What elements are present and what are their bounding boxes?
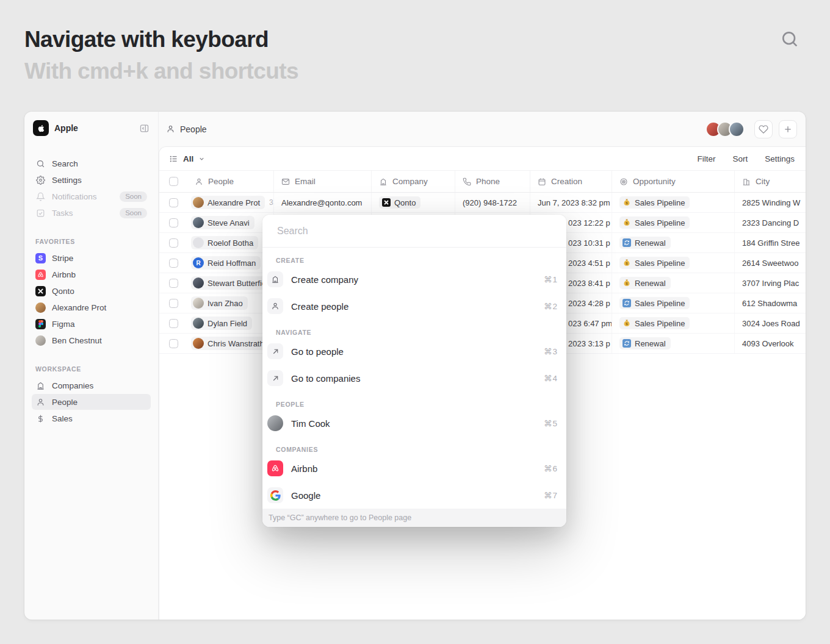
sidebar-item-people[interactable]: People [32, 394, 151, 410]
sidebar-item-settings[interactable]: Settings [32, 172, 151, 188]
breadcrumb[interactable]: People [166, 124, 207, 134]
avatar [35, 335, 46, 346]
creation-cell: Jun 7, 2023 8:32 pm [530, 193, 612, 212]
section-label-create: CREATE [262, 248, 566, 266]
phone-icon [463, 177, 471, 186]
opportunity-cell: $Sales Pipeline [612, 193, 735, 212]
person-chip[interactable]: Dylan Field [191, 317, 252, 330]
check-square-icon [35, 209, 46, 218]
person-chip[interactable]: RReid Hoffman [191, 256, 261, 270]
city-cell: 3707 Irving Plac [735, 273, 806, 293]
opportunity-chip[interactable]: Renewal [619, 237, 671, 249]
sidebar-item-companies[interactable]: Companies [32, 377, 151, 393]
teammate-avatars [710, 121, 745, 137]
row-checkbox[interactable] [169, 259, 178, 268]
opportunity-chip[interactable]: $Sales Pipeline [619, 216, 690, 229]
command-company-airbnb[interactable]: Airbnb ⌘6 [262, 455, 566, 482]
column-people[interactable]: People [187, 171, 274, 192]
favorite-label: Airbnb [52, 270, 76, 279]
svg-text:$: $ [626, 221, 628, 225]
search-icon[interactable] [780, 29, 799, 49]
row-checkbox[interactable] [169, 279, 178, 288]
city-cell: 2825 Winding W [735, 193, 806, 212]
sidebar-item-notifications: Notifications Soon [32, 188, 151, 204]
person-name: Chris Wanstrath [208, 339, 264, 348]
favorite-airbnb[interactable]: Airbnb [32, 267, 151, 282]
avatar [193, 197, 204, 208]
command-person-tim-cook[interactable]: Tim Cook ⌘5 [262, 410, 566, 437]
row-checkbox[interactable] [169, 319, 178, 328]
column-company[interactable]: Company [372, 171, 455, 192]
sidebar-item-search[interactable]: Search [32, 156, 151, 171]
add-view-button[interactable] [779, 120, 797, 138]
opportunity-chip[interactable]: $Sales Pipeline [619, 317, 690, 329]
person-name: Steve Anavi [208, 218, 250, 227]
breadcrumb-label: People [180, 124, 207, 134]
favorite-qonto[interactable]: Qonto [32, 283, 151, 299]
soon-badge: Soon [120, 208, 147, 218]
command-create-company[interactable]: Create company ⌘1 [262, 266, 566, 293]
person-chip[interactable]: Stewart Butterfield [191, 276, 274, 290]
row-checkbox[interactable] [169, 238, 178, 248]
command-search-input[interactable] [276, 225, 553, 237]
workspace-switcher[interactable]: Apple [32, 120, 151, 136]
person-name: Reid Hoffman [208, 259, 256, 268]
view-selector[interactable]: All [169, 154, 205, 163]
row-checkbox[interactable] [169, 339, 178, 348]
dollar-icon [35, 414, 46, 423]
opportunity-chip[interactable]: Renewal [619, 337, 671, 349]
opportunity-chip[interactable]: $Sales Pipeline [619, 257, 690, 269]
command-go-to-companies[interactable]: Go to companies ⌘4 [262, 365, 566, 392]
favorite-heart-button[interactable] [754, 120, 773, 138]
person-chip[interactable]: Ivan Zhao [191, 296, 248, 310]
column-opportunity[interactable]: Opportunity [612, 171, 735, 192]
person-chip[interactable]: Chris Wanstrath [191, 337, 269, 350]
command-go-to-people[interactable]: Go to people ⌘3 [262, 338, 566, 365]
opportunity-cell: $Renewal [612, 273, 735, 293]
building-icon [35, 381, 46, 390]
command-company-google[interactable]: Google ⌘7 [262, 482, 566, 509]
select-all-checkbox[interactable] [169, 177, 178, 186]
opportunity-chip[interactable]: Sales Pipeline [619, 297, 690, 309]
column-phone[interactable]: Phone [455, 171, 530, 192]
avatar [193, 217, 204, 228]
settings-button[interactable]: Settings [765, 154, 795, 163]
person-chip[interactable]: Alexandre Prot [191, 196, 265, 209]
page-title: Navigate with keyboard [24, 27, 830, 52]
gear-icon [35, 176, 46, 185]
favorite-label: Ben Chestnut [52, 336, 102, 345]
row-checkbox[interactable] [169, 198, 178, 207]
favorite-alexandre-prot[interactable]: Alexandre Prot [32, 299, 151, 315]
person-cell: Chris Wanstrath [187, 334, 274, 353]
column-email[interactable]: Email [274, 171, 372, 192]
sidebar-item-label: Notifications [52, 192, 97, 201]
favorite-stripe[interactable]: S Stripe [32, 250, 151, 266]
sidebar-item-label: People [52, 398, 78, 407]
opportunity-chip[interactable]: $Renewal [619, 277, 671, 289]
favorite-ben-chestnut[interactable]: Ben Chestnut [32, 332, 151, 348]
company-chip[interactable]: Qonto [379, 196, 420, 209]
list-view-icon [169, 154, 178, 163]
command-create-people[interactable]: Create people ⌘2 [262, 293, 566, 320]
sidebar-item-sales[interactable]: Sales [32, 410, 151, 426]
envelope-icon [281, 177, 290, 186]
person-cell: Steve Anavi [187, 213, 274, 232]
row-checkbox[interactable] [169, 218, 178, 227]
row-checkbox[interactable] [169, 299, 178, 308]
svg-text:$: $ [626, 281, 628, 285]
favorite-label: Stripe [52, 254, 73, 263]
target-icon [619, 177, 628, 186]
opportunity-chip[interactable]: $Sales Pipeline [619, 196, 690, 209]
building-icon [379, 177, 388, 186]
filter-button[interactable]: Filter [697, 154, 715, 163]
person-chip[interactable]: Roelof Botha [191, 236, 258, 249]
person-chip[interactable]: Steve Anavi [191, 216, 254, 229]
sort-button[interactable]: Sort [732, 154, 748, 163]
person-icon [267, 298, 283, 314]
column-city[interactable]: City [735, 171, 806, 192]
sidebar-collapse-icon[interactable] [139, 123, 150, 134]
favorite-figma[interactable]: Figma [32, 316, 151, 332]
column-creation[interactable]: Creation [530, 171, 612, 192]
shortcut-label: ⌘7 [544, 490, 558, 500]
opportunity-cell: $Sales Pipeline [612, 213, 735, 232]
